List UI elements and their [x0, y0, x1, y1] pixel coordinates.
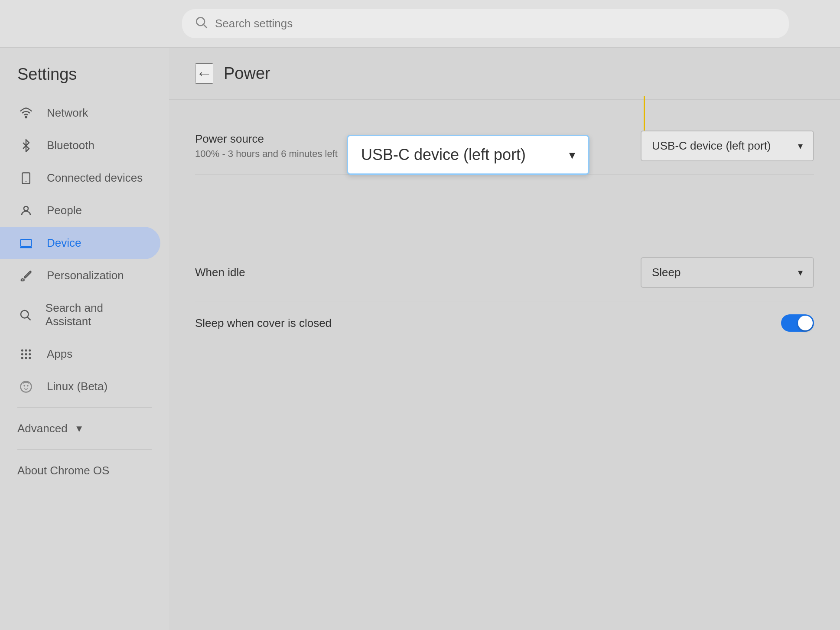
svg-point-19	[21, 381, 32, 392]
sleep-cover-row: Sleep when cover is closed	[195, 301, 814, 345]
svg-point-17	[25, 357, 27, 359]
sidebar-advanced-label: Advanced	[17, 422, 68, 435]
sidebar-item-device[interactable]: Device	[0, 227, 160, 259]
search-input[interactable]	[215, 17, 777, 30]
search-small-icon	[17, 308, 33, 321]
sleep-cover-label: Sleep when cover is closed	[195, 317, 332, 330]
content-panel: ← Power Power source 100% - 3 hours and …	[169, 48, 840, 630]
sidebar-item-network[interactable]: Network	[0, 97, 160, 129]
sleep-cover-toggle[interactable]	[781, 314, 814, 332]
svg-point-15	[29, 353, 31, 355]
sidebar-item-linux-label: Linux (Beta)	[47, 380, 107, 393]
annotation-line	[644, 96, 645, 131]
sidebar-item-search-label: Search and Assistant	[46, 301, 143, 328]
svg-rect-3	[22, 173, 30, 183]
when-idle-labels: When idle	[195, 266, 245, 279]
svg-point-12	[29, 349, 31, 351]
top-bar	[0, 0, 840, 48]
bluetooth-icon	[17, 139, 35, 152]
sidebar-divider-2	[17, 449, 152, 450]
svg-point-5	[24, 206, 28, 211]
laptop-icon	[17, 237, 35, 250]
svg-point-8	[21, 310, 29, 318]
sidebar-item-personalization-label: Personalization	[47, 269, 124, 282]
back-button[interactable]: ←	[195, 63, 213, 84]
svg-rect-6	[21, 239, 32, 246]
svg-point-16	[21, 357, 23, 359]
sidebar-item-connected-devices[interactable]: Connected devices	[0, 162, 160, 194]
power-source-sublabel: 100% - 3 hours and 6 minutes left	[195, 148, 338, 160]
sidebar-divider	[17, 407, 152, 408]
svg-line-9	[28, 317, 31, 320]
svg-line-1	[204, 25, 207, 28]
svg-point-13	[21, 353, 23, 355]
search-icon	[194, 15, 208, 32]
svg-point-11	[25, 349, 27, 351]
sidebar-item-apps-label: Apps	[47, 347, 72, 361]
main-layout: Settings Network Bluetooth	[0, 48, 840, 630]
sidebar-about-label: About Chrome OS	[17, 464, 109, 477]
floating-dropdown[interactable]: USB-C device (left port) ▾	[347, 135, 589, 175]
power-source-labels: Power source 100% - 3 hours and 6 minute…	[195, 132, 338, 160]
sidebar-item-people-label: People	[47, 204, 82, 217]
dropdown-arrow-icon: ▾	[798, 140, 803, 152]
sidebar-item-connected-devices-label: Connected devices	[47, 171, 143, 185]
linux-icon	[17, 380, 35, 393]
content-header: ← Power	[169, 48, 840, 100]
power-source-row: Power source 100% - 3 hours and 6 minute…	[195, 118, 814, 175]
sidebar-item-bluetooth[interactable]: Bluetooth	[0, 129, 160, 162]
content-title: Power	[224, 64, 270, 83]
sidebar-item-apps[interactable]: Apps	[0, 338, 160, 370]
brush-icon	[17, 269, 35, 282]
floating-dropdown-arrow-icon: ▾	[569, 148, 575, 162]
wifi-icon	[17, 107, 35, 120]
when-idle-arrow-icon: ▾	[798, 267, 803, 278]
settings-section: Power source 100% - 3 hours and 6 minute…	[169, 100, 840, 362]
sidebar-item-people[interactable]: People	[0, 194, 160, 227]
svg-point-20	[23, 385, 25, 386]
svg-point-21	[27, 385, 29, 386]
app-title: Settings	[0, 56, 169, 97]
when-idle-label: When idle	[195, 266, 245, 279]
sidebar-item-bluetooth-label: Bluetooth	[47, 139, 94, 152]
search-bar[interactable]	[182, 9, 789, 38]
apps-icon	[17, 348, 35, 361]
svg-point-10	[21, 349, 23, 351]
sidebar-item-about[interactable]: About Chrome OS	[0, 454, 160, 487]
floating-dropdown-value: USB-C device (left port)	[361, 146, 526, 164]
sidebar-item-linux[interactable]: Linux (Beta)	[0, 370, 160, 403]
svg-point-18	[29, 357, 31, 359]
svg-point-14	[25, 353, 27, 355]
when-idle-value: Sleep	[652, 266, 681, 279]
when-idle-dropdown[interactable]: Sleep ▾	[641, 257, 814, 288]
sidebar-item-advanced[interactable]: Advanced ▼	[0, 412, 169, 445]
sidebar: Settings Network Bluetooth	[0, 48, 169, 630]
when-idle-row: When idle Sleep ▾	[195, 244, 814, 301]
svg-point-2	[25, 116, 27, 118]
sidebar-item-personalization[interactable]: Personalization	[0, 259, 160, 292]
toggle-knob	[798, 316, 813, 330]
sidebar-item-search-assistant[interactable]: Search and Assistant	[0, 292, 160, 338]
power-source-value: USB-C device (left port)	[652, 139, 771, 153]
sidebar-item-device-label: Device	[47, 236, 81, 250]
tablet-icon	[17, 172, 35, 185]
sidebar-item-network-label: Network	[47, 106, 88, 120]
power-source-label: Power source	[195, 132, 338, 146]
chevron-down-icon: ▼	[75, 423, 84, 434]
power-source-dropdown[interactable]: USB-C device (left port) ▾	[641, 131, 814, 161]
person-icon	[17, 204, 35, 217]
svg-point-0	[196, 17, 205, 26]
sleep-cover-labels: Sleep when cover is closed	[195, 317, 332, 330]
